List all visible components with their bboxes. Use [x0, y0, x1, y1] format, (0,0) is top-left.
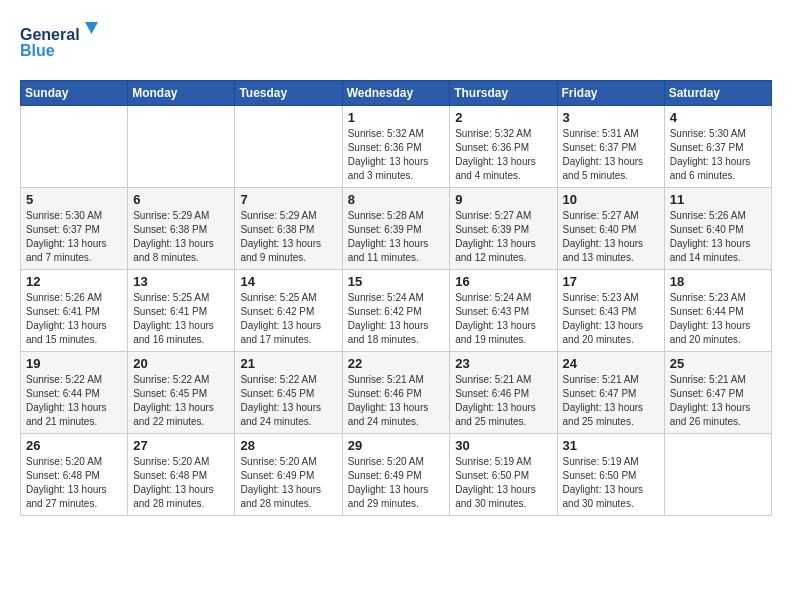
- calendar-week-4: 19Sunrise: 5:22 AMSunset: 6:44 PMDayligh…: [21, 352, 772, 434]
- day-info: Sunrise: 5:20 AMSunset: 6:49 PMDaylight:…: [348, 455, 445, 511]
- day-number: 12: [26, 274, 122, 289]
- day-info: Sunrise: 5:24 AMSunset: 6:42 PMDaylight:…: [348, 291, 445, 347]
- day-number: 5: [26, 192, 122, 207]
- day-info: Sunrise: 5:32 AMSunset: 6:36 PMDaylight:…: [348, 127, 445, 183]
- calendar-header-row: SundayMondayTuesdayWednesdayThursdayFrid…: [21, 81, 772, 106]
- day-header-wednesday: Wednesday: [342, 81, 450, 106]
- day-info: Sunrise: 5:22 AMSunset: 6:45 PMDaylight:…: [240, 373, 336, 429]
- day-number: 22: [348, 356, 445, 371]
- calendar-cell: 26Sunrise: 5:20 AMSunset: 6:48 PMDayligh…: [21, 434, 128, 516]
- calendar-week-2: 5Sunrise: 5:30 AMSunset: 6:37 PMDaylight…: [21, 188, 772, 270]
- calendar-cell: [664, 434, 771, 516]
- calendar-cell: [235, 106, 342, 188]
- day-number: 30: [455, 438, 551, 453]
- calendar-cell: 16Sunrise: 5:24 AMSunset: 6:43 PMDayligh…: [450, 270, 557, 352]
- day-info: Sunrise: 5:27 AMSunset: 6:40 PMDaylight:…: [563, 209, 659, 265]
- calendar-cell: 20Sunrise: 5:22 AMSunset: 6:45 PMDayligh…: [128, 352, 235, 434]
- calendar-cell: 22Sunrise: 5:21 AMSunset: 6:46 PMDayligh…: [342, 352, 450, 434]
- calendar-cell: 30Sunrise: 5:19 AMSunset: 6:50 PMDayligh…: [450, 434, 557, 516]
- day-info: Sunrise: 5:25 AMSunset: 6:42 PMDaylight:…: [240, 291, 336, 347]
- calendar-cell: 12Sunrise: 5:26 AMSunset: 6:41 PMDayligh…: [21, 270, 128, 352]
- calendar-cell: 6Sunrise: 5:29 AMSunset: 6:38 PMDaylight…: [128, 188, 235, 270]
- calendar-week-1: 1Sunrise: 5:32 AMSunset: 6:36 PMDaylight…: [21, 106, 772, 188]
- calendar-cell: 23Sunrise: 5:21 AMSunset: 6:46 PMDayligh…: [450, 352, 557, 434]
- calendar-cell: 5Sunrise: 5:30 AMSunset: 6:37 PMDaylight…: [21, 188, 128, 270]
- calendar-cell: 19Sunrise: 5:22 AMSunset: 6:44 PMDayligh…: [21, 352, 128, 434]
- day-info: Sunrise: 5:30 AMSunset: 6:37 PMDaylight:…: [26, 209, 122, 265]
- day-number: 17: [563, 274, 659, 289]
- day-info: Sunrise: 5:22 AMSunset: 6:44 PMDaylight:…: [26, 373, 122, 429]
- day-number: 27: [133, 438, 229, 453]
- calendar-cell: 7Sunrise: 5:29 AMSunset: 6:38 PMDaylight…: [235, 188, 342, 270]
- page-header: GeneralBlue: [20, 20, 772, 64]
- calendar-cell: 25Sunrise: 5:21 AMSunset: 6:47 PMDayligh…: [664, 352, 771, 434]
- logo: GeneralBlue: [20, 20, 100, 64]
- day-number: 26: [26, 438, 122, 453]
- day-number: 20: [133, 356, 229, 371]
- day-number: 2: [455, 110, 551, 125]
- day-info: Sunrise: 5:31 AMSunset: 6:37 PMDaylight:…: [563, 127, 659, 183]
- day-number: 23: [455, 356, 551, 371]
- day-number: 9: [455, 192, 551, 207]
- calendar-cell: 29Sunrise: 5:20 AMSunset: 6:49 PMDayligh…: [342, 434, 450, 516]
- calendar-cell: 10Sunrise: 5:27 AMSunset: 6:40 PMDayligh…: [557, 188, 664, 270]
- calendar-cell: 24Sunrise: 5:21 AMSunset: 6:47 PMDayligh…: [557, 352, 664, 434]
- calendar-cell: 3Sunrise: 5:31 AMSunset: 6:37 PMDaylight…: [557, 106, 664, 188]
- calendar-cell: 9Sunrise: 5:27 AMSunset: 6:39 PMDaylight…: [450, 188, 557, 270]
- calendar-cell: [128, 106, 235, 188]
- day-info: Sunrise: 5:20 AMSunset: 6:48 PMDaylight:…: [133, 455, 229, 511]
- day-info: Sunrise: 5:19 AMSunset: 6:50 PMDaylight:…: [563, 455, 659, 511]
- day-number: 11: [670, 192, 766, 207]
- calendar-cell: 2Sunrise: 5:32 AMSunset: 6:36 PMDaylight…: [450, 106, 557, 188]
- day-info: Sunrise: 5:27 AMSunset: 6:39 PMDaylight:…: [455, 209, 551, 265]
- calendar-cell: 28Sunrise: 5:20 AMSunset: 6:49 PMDayligh…: [235, 434, 342, 516]
- calendar-cell: 27Sunrise: 5:20 AMSunset: 6:48 PMDayligh…: [128, 434, 235, 516]
- day-info: Sunrise: 5:20 AMSunset: 6:49 PMDaylight:…: [240, 455, 336, 511]
- calendar-cell: 14Sunrise: 5:25 AMSunset: 6:42 PMDayligh…: [235, 270, 342, 352]
- day-info: Sunrise: 5:21 AMSunset: 6:47 PMDaylight:…: [563, 373, 659, 429]
- day-number: 21: [240, 356, 336, 371]
- calendar-table: SundayMondayTuesdayWednesdayThursdayFrid…: [20, 80, 772, 516]
- calendar-cell: 11Sunrise: 5:26 AMSunset: 6:40 PMDayligh…: [664, 188, 771, 270]
- day-number: 3: [563, 110, 659, 125]
- day-number: 28: [240, 438, 336, 453]
- day-number: 14: [240, 274, 336, 289]
- day-header-saturday: Saturday: [664, 81, 771, 106]
- calendar-cell: 13Sunrise: 5:25 AMSunset: 6:41 PMDayligh…: [128, 270, 235, 352]
- day-info: Sunrise: 5:25 AMSunset: 6:41 PMDaylight:…: [133, 291, 229, 347]
- day-number: 7: [240, 192, 336, 207]
- day-number: 8: [348, 192, 445, 207]
- calendar-cell: 31Sunrise: 5:19 AMSunset: 6:50 PMDayligh…: [557, 434, 664, 516]
- calendar-cell: 15Sunrise: 5:24 AMSunset: 6:42 PMDayligh…: [342, 270, 450, 352]
- svg-text:General: General: [20, 26, 80, 43]
- day-number: 25: [670, 356, 766, 371]
- day-info: Sunrise: 5:21 AMSunset: 6:46 PMDaylight:…: [348, 373, 445, 429]
- calendar-cell: 8Sunrise: 5:28 AMSunset: 6:39 PMDaylight…: [342, 188, 450, 270]
- day-number: 29: [348, 438, 445, 453]
- day-info: Sunrise: 5:32 AMSunset: 6:36 PMDaylight:…: [455, 127, 551, 183]
- day-info: Sunrise: 5:21 AMSunset: 6:46 PMDaylight:…: [455, 373, 551, 429]
- calendar-cell: 1Sunrise: 5:32 AMSunset: 6:36 PMDaylight…: [342, 106, 450, 188]
- day-number: 16: [455, 274, 551, 289]
- calendar-cell: 4Sunrise: 5:30 AMSunset: 6:37 PMDaylight…: [664, 106, 771, 188]
- logo-svg: GeneralBlue: [20, 20, 100, 64]
- day-info: Sunrise: 5:20 AMSunset: 6:48 PMDaylight:…: [26, 455, 122, 511]
- day-info: Sunrise: 5:21 AMSunset: 6:47 PMDaylight:…: [670, 373, 766, 429]
- day-info: Sunrise: 5:28 AMSunset: 6:39 PMDaylight:…: [348, 209, 445, 265]
- day-info: Sunrise: 5:19 AMSunset: 6:50 PMDaylight:…: [455, 455, 551, 511]
- day-number: 6: [133, 192, 229, 207]
- day-number: 19: [26, 356, 122, 371]
- calendar-cell: [21, 106, 128, 188]
- svg-text:Blue: Blue: [20, 42, 55, 59]
- day-number: 31: [563, 438, 659, 453]
- svg-marker-1: [85, 22, 98, 34]
- day-number: 10: [563, 192, 659, 207]
- day-header-friday: Friday: [557, 81, 664, 106]
- day-info: Sunrise: 5:26 AMSunset: 6:41 PMDaylight:…: [26, 291, 122, 347]
- calendar-cell: 17Sunrise: 5:23 AMSunset: 6:43 PMDayligh…: [557, 270, 664, 352]
- day-info: Sunrise: 5:23 AMSunset: 6:43 PMDaylight:…: [563, 291, 659, 347]
- day-header-sunday: Sunday: [21, 81, 128, 106]
- day-header-tuesday: Tuesday: [235, 81, 342, 106]
- calendar-cell: 18Sunrise: 5:23 AMSunset: 6:44 PMDayligh…: [664, 270, 771, 352]
- day-info: Sunrise: 5:29 AMSunset: 6:38 PMDaylight:…: [240, 209, 336, 265]
